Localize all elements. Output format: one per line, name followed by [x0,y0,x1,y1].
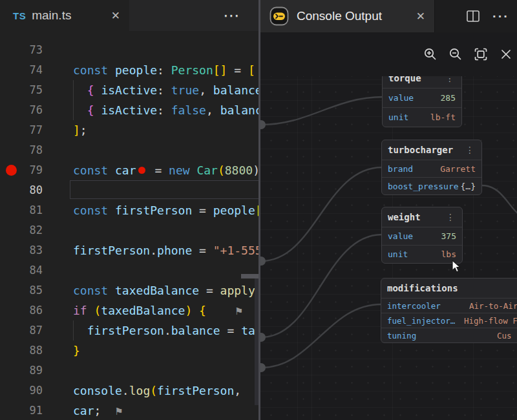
fit-view-button[interactable] [474,47,488,61]
code-token: phone [157,244,192,257]
node-title-text: weight [388,207,421,227]
node-row-unit: unitlb-ft [383,107,461,127]
line-number[interactable]: 91 [0,401,43,420]
code-token: people [213,204,255,217]
code-editor[interactable]: 7374const people: Person[] = [75 { isAct… [0,31,258,420]
line-number[interactable]: 90 [0,381,43,401]
code-token: ); [253,163,258,177]
mouse-cursor [452,260,462,274]
line-number[interactable]: 77 [0,120,43,140]
graph-canvas[interactable]: torque⋮value285unitlb-ftturbocharger⋮bra… [260,76,517,420]
tab-console-output[interactable]: Console Output ✕ [260,0,435,32]
inline-breakpoint-dot[interactable] [138,167,145,174]
code-text: { isActive: false, balance: 1208.11 }, [73,100,258,120]
code-token [73,324,87,337]
code-token: } [73,344,80,357]
node-menu-icon[interactable]: ⋮ [464,140,476,160]
node-value: 375 [441,231,456,241]
logpoint-flag-icon: ⚑ [114,406,123,417]
node-key: value [388,231,413,241]
split-sash[interactable] [258,0,260,420]
code-token: . [150,244,157,257]
node-card-turbocharger[interactable]: turbocharger⋮brandGarrettboost_pressure{… [381,140,482,195]
line-number[interactable]: 86 [0,300,43,320]
node-value: Air-to-Air [469,301,517,311]
code-token: "+1-555-0100" [213,244,258,257]
line-number[interactable]: 81 [0,200,43,220]
code-token: applyTax [220,284,258,297]
node-card-torque[interactable]: torque⋮value285unitlb-ft [382,76,462,127]
line-number[interactable]: 85 [0,280,43,300]
panel-more-actions[interactable]: ··· [490,9,512,24]
line-number[interactable]: 82 [0,220,43,240]
code-token: : [157,63,171,77]
node-value: lb-ft [430,112,456,122]
panel-tab-close-button[interactable]: ✕ [414,8,428,25]
code-token: = [220,324,242,337]
code-line: 88} [0,341,258,361]
node-row-value: value375 [382,227,462,245]
console-output-panel: Console Output ✕ ··· [260,0,517,420]
scrollbar-thumb[interactable] [241,274,258,278]
logpoint-flag-icon: ⚑ [235,306,243,317]
breakpoint-dot[interactable] [6,165,17,176]
node-menu-icon[interactable]: ⋮ [445,207,456,227]
line-number[interactable]: 89 [0,361,43,381]
code-line: 91car; ⚑ [0,401,258,420]
code-text: ]; [73,120,87,140]
line-number[interactable]: 84 [0,260,43,280]
code-token: , [199,83,213,97]
typescript-file-icon: TS [13,10,26,21]
nodes-layer: torque⋮value285unitlb-ftturbocharger⋮bra… [260,76,517,420]
node-key: intercooler [387,301,441,311]
tab-close-button[interactable]: ✕ [109,8,123,24]
zoom-out-button[interactable] [448,47,463,61]
node-menu-icon[interactable]: ⋮ [444,76,456,88]
code-line: 90console.log(firstPerson, [0,381,258,401]
code-token: car [115,163,136,177]
code-token: . [164,324,171,337]
line-number[interactable]: 87 [0,320,43,341]
code-token: true [171,83,199,97]
code-text: { isActive: true, balance: 3310.98 }, [73,80,258,100]
line-number[interactable]: 76 [0,100,43,120]
node-row-brand: brandGarrett [382,160,481,177]
code-line: 89 [0,361,258,381]
node-value: 285 [441,93,456,103]
panel-tab-title: Console Output [297,9,414,23]
node-key: brand [388,164,413,174]
code-token: = [192,244,213,257]
line-number[interactable]: 74 [0,60,43,80]
code-text: const car = new Car(8800); [73,160,258,180]
editor-pane: TS main.ts ✕ ⋯ 7374const people: Person[… [0,0,258,420]
node-card-weight[interactable]: weight⋮value375unitlbs [381,207,463,264]
line-number[interactable]: 88 [0,341,43,361]
code-token: ; [80,123,87,137]
line-number[interactable]: 73 [0,40,43,60]
line-number[interactable]: 75 [0,80,43,100]
code-line: 85const taxedBalance = applyTax(firstPer… [0,280,258,300]
code-text: const taxedBalance = applyTax(firstPerso… [73,280,258,300]
node-key: fuel_injector… [387,316,455,326]
editor-more-actions-icon[interactable]: ⋯ [220,5,243,26]
line-number[interactable]: 83 [0,240,43,260]
code-line: 74const people: Person[] = [ [0,60,258,80]
code-line: 78 [0,140,258,160]
code-token: firstPerson [87,324,164,337]
tab-title: main.ts [32,8,109,23]
node-card-modifications[interactable]: modifications⋮intercoolerAir-to-Airfuel_… [381,278,517,343]
indent-guide [73,100,74,120]
tab-main-ts[interactable]: TS main.ts ✕ [0,0,129,31]
code-token: ( [94,304,101,317]
line-number[interactable]: 80 [0,180,43,200]
code-token: , [234,384,241,397]
code-token: log [129,384,151,397]
line-number[interactable]: 78 [0,140,43,160]
code-token: balance [220,103,258,117]
split-editor-icon[interactable] [465,8,481,24]
node-row-tuning: tuningCus [381,328,517,342]
close-canvas-button[interactable] [499,47,513,61]
code-token: false [171,103,206,117]
node-key: value [388,93,414,103]
zoom-in-button[interactable] [423,47,438,61]
